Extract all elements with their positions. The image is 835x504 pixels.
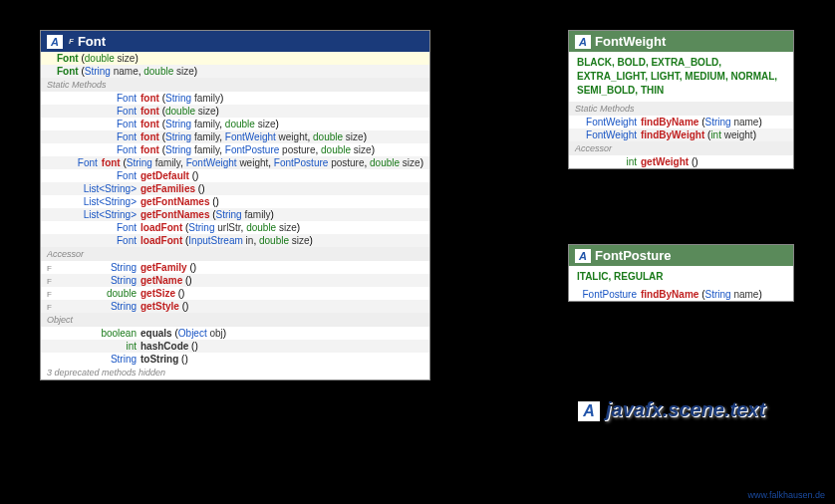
final-marker: F: [69, 37, 74, 46]
section-accessor: Accessor: [569, 141, 793, 155]
fontweight-constants: BLACK, BOLD, EXTRA_BOLD, EXTRA_LIGHT, LI…: [569, 52, 793, 102]
method-row[interactable]: FdoublegetSize (): [41, 287, 429, 300]
font-static-methods: Fontfont (String family)Fontfont (double…: [41, 92, 429, 247]
fontweight-static-methods: FontWeightfindByName (String name)FontWe…: [569, 116, 793, 141]
font-header: A F Font: [41, 31, 429, 52]
fontposture-title: FontPosture: [595, 248, 672, 263]
method-row[interactable]: FStringgetStyle (): [41, 300, 429, 313]
method-row[interactable]: Fontfont (String family, FontWeight weig…: [41, 130, 429, 143]
method-row[interactable]: Fontfont (double size): [41, 105, 429, 118]
method-row[interactable]: Fontfont (String family): [41, 92, 429, 105]
fontweight-class-panel: A FontWeight BLACK, BOLD, EXTRA_BOLD, EX…: [568, 30, 794, 169]
method-row[interactable]: List<String>getFontNames (): [41, 195, 429, 208]
enum-icon: A: [575, 35, 591, 49]
method-row[interactable]: List<String>getFamilies (): [41, 182, 429, 195]
font-object-methods: booleanequals (Object obj)inthashCode ()…: [41, 327, 429, 366]
method-row[interactable]: Fontfont (String family, double size): [41, 118, 429, 130]
enum-icon: A: [575, 249, 591, 263]
method-row[interactable]: booleanequals (Object obj): [41, 327, 429, 340]
package-title: Ajavafx.scene.text: [578, 398, 765, 421]
method-row[interactable]: intgetWeight (): [569, 155, 793, 168]
method-row[interactable]: FontPosturefindByName (String name): [569, 288, 793, 301]
package-icon: A: [578, 401, 600, 421]
method-row[interactable]: FontWeightfindByWeight (int weight): [569, 128, 793, 141]
method-row[interactable]: List<String>getFontNames (String family): [41, 208, 429, 221]
font-class-panel: A F Font Font (double size)Font (String …: [40, 30, 430, 380]
method-row[interactable]: FStringgetName (): [41, 274, 429, 287]
fontweight-accessors: intgetWeight (): [569, 155, 793, 168]
method-row[interactable]: Fontfont (String family, FontPosture pos…: [41, 143, 429, 156]
fontweight-title: FontWeight: [595, 34, 666, 49]
class-icon: A: [47, 35, 63, 49]
fontposture-constants: ITALIC, REGULAR: [569, 266, 793, 288]
constructor-row[interactable]: Font (double size): [41, 52, 429, 65]
fontposture-header: A FontPosture: [569, 245, 793, 266]
section-static: Static Methods: [41, 78, 429, 92]
fontweight-header: A FontWeight: [569, 31, 793, 52]
font-constructors: Font (double size)Font (String name, dou…: [41, 52, 429, 78]
font-accessors: FStringgetFamily ()FStringgetName ()Fdou…: [41, 261, 429, 313]
font-title: Font: [78, 34, 106, 49]
method-row[interactable]: inthashCode (): [41, 340, 429, 353]
method-row[interactable]: Fontfont (String family, FontWeight weig…: [41, 156, 429, 169]
constructor-row[interactable]: Font (String name, double size): [41, 65, 429, 78]
method-row[interactable]: StringtoString (): [41, 353, 429, 366]
fontposture-body: FontPosturefindByName (String name): [569, 288, 793, 301]
method-row[interactable]: FStringgetFamily (): [41, 261, 429, 274]
credit-link[interactable]: www.falkhausen.de: [747, 490, 825, 500]
method-row[interactable]: FontloadFont (String urlStr, double size…: [41, 221, 429, 234]
method-row[interactable]: FontgetDefault (): [41, 169, 429, 182]
fontposture-class-panel: A FontPosture ITALIC, REGULAR FontPostur…: [568, 244, 794, 302]
fontposture-static-methods: FontPosturefindByName (String name): [569, 288, 793, 301]
section-accessor: Accessor: [41, 247, 429, 261]
deprecated-note: 3 deprecated methods hidden: [41, 366, 429, 379]
section-object: Object: [41, 313, 429, 327]
section-static: Static Methods: [569, 102, 793, 116]
method-row[interactable]: FontWeightfindByName (String name): [569, 116, 793, 128]
fontweight-body: Static Methods FontWeightfindByName (Str…: [569, 102, 793, 168]
method-row[interactable]: FontloadFont (InputStream in, double siz…: [41, 234, 429, 247]
font-body: Font (double size)Font (String name, dou…: [41, 52, 429, 379]
